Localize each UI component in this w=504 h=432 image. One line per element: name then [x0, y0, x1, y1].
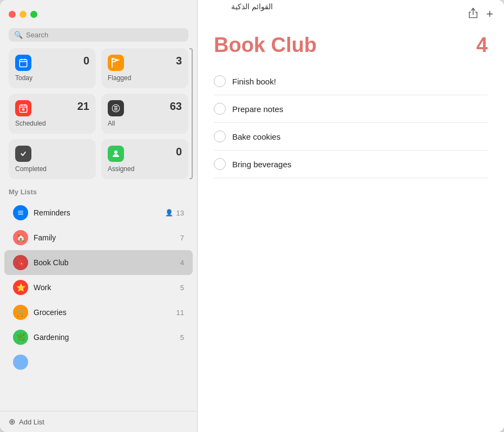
app-window: القوائم الذكية 🔍: [0, 0, 504, 432]
smart-card-all[interactable]: 63 All: [101, 94, 188, 134]
gardening-count: 5: [180, 333, 184, 342]
completed-icon: [15, 146, 31, 162]
reminder-text-2: Prepare notes: [232, 104, 283, 114]
main-body: Book Club 4 Finish book! Prepare notes: [198, 28, 504, 432]
smart-card-scheduled[interactable]: 21 Scheduled: [9, 94, 96, 134]
work-count: 5: [180, 284, 184, 292]
smart-card-today-header: 0: [15, 55, 89, 71]
search-input[interactable]: [26, 31, 183, 39]
close-button[interactable]: [9, 11, 16, 18]
scheduled-icon: [15, 100, 31, 116]
reminder-checkbox-2[interactable]: [214, 103, 226, 115]
family-count: 7: [180, 234, 184, 242]
assigned-count: 0: [176, 146, 182, 158]
gardening-icon: 🌿: [13, 330, 28, 345]
arabic-title: القوائم الذكية: [231, 2, 273, 11]
groceries-count: 11: [176, 309, 184, 317]
main-content: + Book Club 4 Finish book! Prepare n: [198, 0, 504, 432]
svg-rect-0: [19, 60, 27, 67]
smart-card-flagged[interactable]: 3 Flagged: [101, 48, 188, 88]
list-item-gardening[interactable]: 🌿 Gardening 5: [4, 325, 193, 350]
today-icon: [15, 55, 31, 71]
list-header: Book Club 4: [214, 34, 488, 57]
today-count: 0: [83, 55, 89, 67]
add-reminder-icon[interactable]: +: [486, 7, 493, 21]
maximize-button[interactable]: [30, 11, 37, 18]
search-icon: 🔍: [14, 31, 23, 39]
reminder-checkbox-4[interactable]: [214, 158, 226, 170]
reminders-icon: [13, 205, 28, 220]
list-item-extra[interactable]: [4, 350, 193, 375]
smart-grid-bracket: [189, 48, 193, 179]
svg-point-8: [22, 108, 25, 111]
list-item-bookclub[interactable]: 🔖 Book Club 4: [4, 250, 193, 275]
sidebar: 🔍 0 Today: [0, 0, 198, 432]
sidebar-titlebar: [0, 0, 197, 28]
bookclub-count: 4: [180, 259, 184, 267]
traffic-lights: [9, 11, 37, 18]
scheduled-label: Scheduled: [15, 120, 89, 127]
reminder-text-1: Finish book!: [232, 77, 276, 86]
all-icon: [108, 100, 124, 116]
search-bar[interactable]: 🔍: [9, 28, 188, 42]
reminder-checkbox-3[interactable]: [214, 130, 226, 142]
list-title: Book Club: [214, 34, 317, 57]
smart-card-assigned[interactable]: 0 Assigned: [101, 139, 188, 179]
list-item-groceries[interactable]: 🛒 Groceries 11: [4, 300, 193, 325]
gardening-meta: 5: [180, 333, 184, 342]
family-icon: 🏠: [13, 230, 28, 245]
family-name: Family: [34, 233, 175, 242]
add-list-plus-icon: ⊕: [9, 417, 16, 427]
scheduled-count: 21: [77, 100, 89, 113]
reminders-list: Finish book! Prepare notes Bake cookies …: [214, 68, 488, 178]
assigned-label: Assigned: [108, 165, 182, 173]
reminder-checkbox-1[interactable]: [214, 75, 226, 87]
bookclub-icon: 🔖: [13, 255, 28, 270]
window-content: 🔍 0 Today: [0, 0, 504, 432]
today-label: Today: [15, 74, 89, 82]
extra-icon: [13, 355, 28, 370]
minimize-button[interactable]: [19, 11, 27, 18]
completed-label: Completed: [15, 165, 89, 173]
smart-card-assigned-header: 0: [108, 146, 182, 162]
groceries-name: Groceries: [34, 308, 171, 317]
smart-card-all-header: 63: [108, 100, 182, 116]
work-meta: 5: [180, 284, 184, 292]
bookclub-name: Book Club: [34, 258, 175, 267]
svg-point-13: [19, 150, 27, 158]
smart-lists-grid: 0 Today 3 Flagged: [9, 48, 188, 179]
smart-card-completed[interactable]: Completed: [9, 139, 96, 179]
groceries-icon: 🛒: [13, 305, 28, 320]
all-count: 63: [170, 100, 182, 113]
smart-card-flagged-header: 3: [108, 55, 182, 71]
family-meta: 7: [180, 234, 184, 242]
add-list-label: Add List: [19, 418, 44, 426]
reminder-item: Prepare notes: [214, 95, 488, 123]
bookclub-meta: 4: [180, 259, 184, 267]
flagged-icon: [108, 55, 124, 71]
sidebar-bottom: ⊕ Add List: [0, 411, 197, 432]
smart-card-completed-header: [15, 146, 89, 162]
flagged-label: Flagged: [108, 74, 182, 82]
reminders-count: 13: [176, 209, 184, 217]
smart-card-scheduled-header: 21: [15, 100, 89, 116]
list-total-count: 4: [476, 34, 488, 57]
reminder-item: Bring beverages: [214, 150, 488, 178]
list-item-work[interactable]: ⭐ Work 5: [4, 275, 193, 300]
add-list-button[interactable]: ⊕ Add List: [9, 417, 44, 427]
assigned-icon: [108, 146, 124, 162]
work-icon: ⭐: [13, 280, 28, 295]
flagged-count: 3: [176, 55, 182, 67]
smart-card-today[interactable]: 0 Today: [9, 48, 96, 88]
share-icon[interactable]: [468, 7, 479, 22]
reminder-text-4: Bring beverages: [232, 160, 291, 169]
shared-icon: 👤: [165, 209, 173, 217]
reminder-text-3: Bake cookies: [232, 132, 280, 141]
list-item-family[interactable]: 🏠 Family 7: [4, 225, 193, 250]
reminders-name: Reminders: [34, 208, 160, 217]
reminder-item: Bake cookies: [214, 123, 488, 150]
list-item-reminders[interactable]: Reminders 👤 13: [4, 200, 193, 225]
work-name: Work: [34, 283, 175, 292]
groceries-meta: 11: [176, 309, 184, 317]
svg-point-14: [114, 150, 117, 154]
